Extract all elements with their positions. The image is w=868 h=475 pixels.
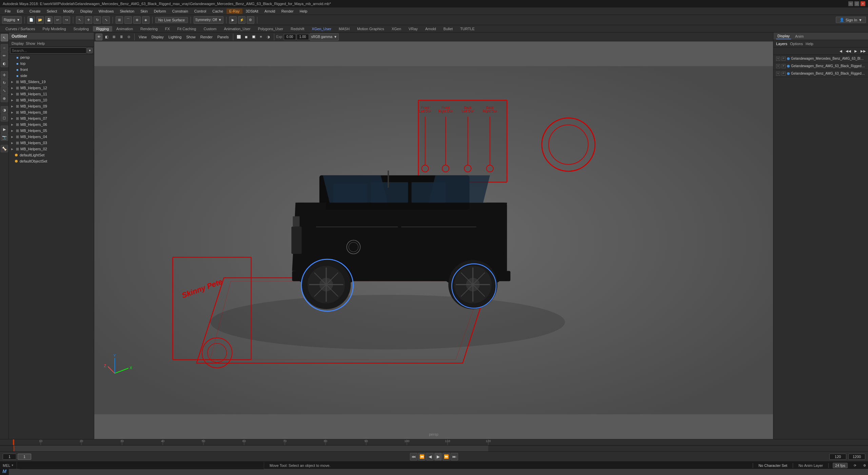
tab-rendering[interactable]: Rendering [137, 26, 161, 32]
outliner-item-default-object-set[interactable]: defaultObjectSet [9, 158, 94, 164]
tab-animation[interactable]: Animation [113, 26, 136, 32]
tab-rigging[interactable]: Rigging [93, 26, 112, 32]
menu-render[interactable]: Render [279, 8, 296, 14]
playback-end-input[interactable] [829, 454, 846, 460]
symmetry-selector[interactable]: Symmetry: Off ▼ [194, 16, 223, 24]
vp-icon-btn2[interactable]: ⊞ [111, 34, 117, 40]
menu-select[interactable]: Select [44, 8, 60, 14]
outliner-display-tab[interactable]: Display [12, 41, 24, 45]
layer-item-1[interactable]: V P Gelandewagen_Benz_AMG_63_Black_Rigge… [773, 62, 868, 70]
exposure-input[interactable] [284, 34, 296, 40]
layer-options-btn[interactable]: ◀◀ [845, 48, 852, 55]
layer-vis-0[interactable]: V [776, 57, 780, 61]
menu-skeleton[interactable]: Skeleton [117, 8, 137, 14]
vp-shadow-btn[interactable]: ◑ [265, 34, 272, 40]
rigging-icon[interactable]: 🦴 [1, 145, 8, 152]
status-icon2[interactable]: ⚙ [861, 462, 868, 469]
layer-p-1[interactable]: P [782, 64, 786, 68]
outliner-item-mb-helpers-06[interactable]: ▶ ⊞ MB_Helpers_06 [9, 121, 94, 128]
outliner-item-mb-helpers-03[interactable]: ▶ ⊞ MB_Helpers_03 [9, 140, 94, 146]
rp-display-tab[interactable]: Display [776, 33, 791, 39]
tab-vray[interactable]: VRay [405, 26, 421, 32]
outliner-item-mb-helpers-11[interactable]: ▶ ⊞ MB_Helpers_11 [9, 91, 94, 97]
menu-help[interactable]: Help [297, 8, 310, 14]
sign-in-button[interactable]: 👤 Sign In ▼ [836, 17, 866, 23]
menu-cache[interactable]: Cache [210, 8, 226, 14]
jump-start-button[interactable]: ⏮ [410, 453, 417, 460]
viewport-canvas[interactable]: Skinny Pete Front Left Dor Front Right D… [94, 41, 773, 439]
snap-point-button[interactable]: ⊕ [133, 16, 141, 24]
tab-custom[interactable]: Custom [200, 26, 220, 32]
outliner-item-persp[interactable]: ■ persp [9, 54, 94, 60]
outliner-item-default-light-set[interactable]: defaultLightSet [9, 152, 94, 158]
tab-bullet[interactable]: Bullet [440, 26, 456, 32]
gamma-input[interactable] [297, 34, 309, 40]
layer-new-btn[interactable]: ◀ [837, 48, 844, 55]
play-button[interactable]: ▶ [434, 453, 442, 460]
menu-skin[interactable]: Skin [138, 8, 150, 14]
rp-help-subtab[interactable]: Help [806, 42, 813, 46]
vp-wireframe-btn[interactable]: ⬜ [235, 34, 242, 40]
select-tool-button[interactable]: ↖ [76, 16, 83, 24]
rotate-tool-button[interactable]: ↻ [94, 16, 101, 24]
tab-fx[interactable]: FX [162, 26, 173, 32]
lasso-tool-icon[interactable]: ○ [1, 44, 8, 52]
undo-button[interactable]: ↩ [54, 16, 61, 24]
outliner-item-mb-helpers-07[interactable]: ▶ ⊞ MB_Helpers_07 [9, 115, 94, 121]
new-scene-button[interactable]: 📄 [27, 16, 35, 24]
vp-texture-btn[interactable]: 🔲 [250, 34, 257, 40]
menu-create[interactable]: Create [27, 8, 43, 14]
layer-p-2[interactable]: P [782, 72, 786, 76]
frame-current-input[interactable] [18, 454, 31, 460]
menu-windows[interactable]: Windows [96, 8, 117, 14]
vp-smooth-btn[interactable]: ◼ [243, 34, 250, 40]
outliner-item-mb-helpers-09[interactable]: ▶ ⊞ MB_Helpers_09 [9, 103, 94, 109]
rp-anim-tab[interactable]: Anim [794, 34, 805, 39]
minimize-button[interactable]: ─ [848, 1, 853, 6]
paint-tool-icon[interactable]: ✏ [1, 52, 8, 59]
outliner-item-front[interactable]: ■ front [9, 66, 94, 73]
rp-options-subtab[interactable]: Options [790, 42, 803, 46]
outliner-item-mb-sliders-19[interactable]: ▶ ⊞ MB_Sliders_19 [9, 79, 94, 85]
layer-vis-1[interactable]: V [776, 64, 780, 68]
tab-xgen[interactable]: XGen [388, 26, 405, 32]
vp-show-menu[interactable]: Show [184, 34, 198, 40]
rp-layers-subtab[interactable]: Layers [776, 42, 787, 46]
jump-end-button[interactable]: ⏭ [451, 453, 458, 460]
prev-frame-button[interactable]: ⏪ [418, 453, 426, 460]
tab-polygons-user[interactable]: Polygons_User [255, 26, 287, 32]
close-button[interactable]: ✕ [861, 1, 865, 6]
snap-grid-button[interactable]: ⊞ [116, 16, 123, 24]
layer-down-btn[interactable]: ▶▶ [860, 48, 867, 55]
sculpt-tool-icon[interactable]: ◐ [1, 60, 8, 67]
maximize-button[interactable]: □ [854, 1, 859, 6]
menu-constrain[interactable]: Constrain [170, 8, 191, 14]
tab-mash[interactable]: MASH [335, 26, 353, 32]
outliner-help-tab[interactable]: Help [37, 41, 45, 45]
outliner-item-mb-helpers-05[interactable]: ▶ ⊞ MB_Helpers_05 [9, 128, 94, 134]
menu-arnold[interactable]: Arnold [262, 8, 278, 14]
save-scene-button[interactable]: 💾 [45, 16, 53, 24]
render-icon[interactable]: ▶ [1, 126, 8, 133]
menu-control[interactable]: Control [192, 8, 209, 14]
redo-button[interactable]: ↪ [63, 16, 70, 24]
camera-icon[interactable]: 📷 [1, 133, 8, 141]
tab-fit-caching[interactable]: Fit Caching [174, 26, 200, 32]
outliner-search-input[interactable] [10, 48, 86, 54]
layer-vis-2[interactable]: V [776, 72, 780, 76]
outliner-item-mb-helpers-02[interactable]: ▶ ⊞ MB_Helpers_02 [9, 146, 94, 152]
menu-deform[interactable]: Deform [151, 8, 169, 14]
menu-modify[interactable]: Modify [60, 8, 77, 14]
layer-item-0[interactable]: V P Gelandewagen_Mercedes_Benz_AMG_63_Bl… [773, 55, 868, 62]
menu-3dstalt[interactable]: 3DStAlt [243, 8, 261, 14]
outliner-show-tab[interactable]: Show [26, 41, 35, 45]
snap-surface-button[interactable]: ◈ [142, 16, 150, 24]
status-icon1[interactable]: ⟳ [852, 462, 859, 469]
module-selector[interactable]: Rigging ▼ [2, 16, 22, 24]
vp-icon-btn1[interactable]: ◧ [103, 34, 110, 40]
vp-icon-btn3[interactable]: ≣ [118, 34, 125, 40]
outliner-item-top[interactable]: ■ top [9, 60, 94, 66]
outliner-item-side[interactable]: ■ side [9, 73, 94, 79]
layer-up-btn[interactable]: ▶ [852, 48, 859, 55]
tab-arnold[interactable]: Arnold [422, 26, 439, 32]
